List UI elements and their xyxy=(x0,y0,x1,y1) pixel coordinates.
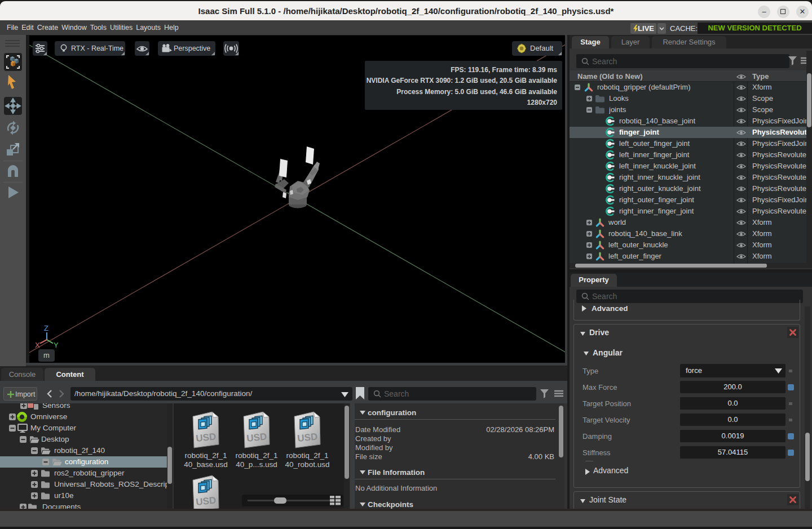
svg-text:Z: Z xyxy=(44,324,48,332)
svg-text:X: X xyxy=(35,341,40,349)
svg-text:USD: USD xyxy=(195,495,217,508)
svg-text:USD: USD xyxy=(297,431,318,444)
svg-text:USD: USD xyxy=(195,431,217,444)
svg-text:USD: USD xyxy=(246,431,267,444)
svg-text:Y: Y xyxy=(54,341,58,349)
